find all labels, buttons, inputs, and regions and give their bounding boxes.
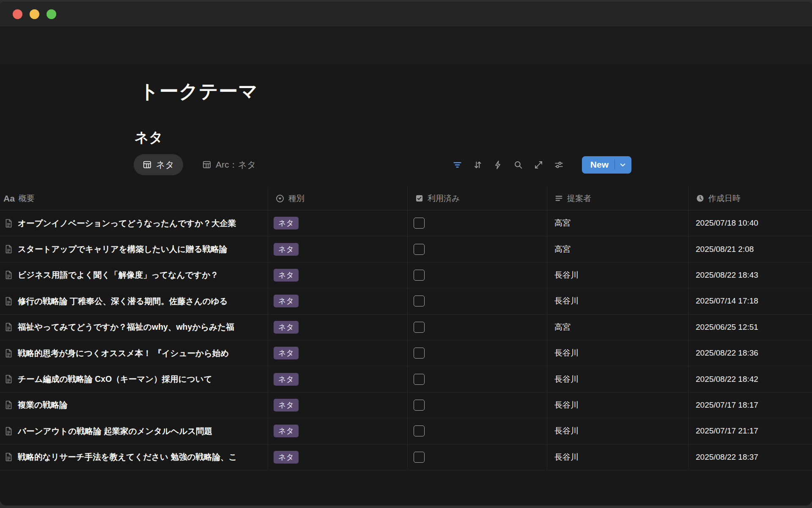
column-header-created-time[interactable]: 作成日時 [688, 187, 812, 210]
row-created-cell[interactable]: 2025/06/25 12:51 [688, 315, 812, 340]
column-header-proposer[interactable]: 提案者 [547, 187, 688, 210]
page-header-band [0, 27, 812, 64]
close-button[interactable] [13, 9, 22, 19]
proposer-text: 高宮 [554, 218, 571, 229]
row-created-cell[interactable]: 2025/08/22 18:37 [688, 444, 812, 470]
view-tab-arc-neta[interactable]: Arc：ネタ [193, 154, 265, 175]
row-type-cell[interactable]: ネタ [268, 340, 407, 366]
type-tag: ネタ [274, 321, 299, 334]
page-icon [3, 452, 14, 462]
used-checkbox[interactable] [414, 452, 425, 463]
row-title-cell[interactable]: オープンイノベーションってどうなったんですか？大企業 [0, 210, 268, 236]
filter-icon[interactable] [452, 159, 463, 170]
used-checkbox[interactable] [414, 322, 425, 333]
used-checkbox[interactable] [414, 374, 425, 385]
used-checkbox[interactable] [414, 348, 425, 359]
column-header-used[interactable]: 利用済み [407, 187, 547, 210]
minimize-button[interactable] [30, 9, 39, 19]
row-created-cell[interactable]: 2025/07/14 17:18 [688, 288, 812, 314]
maximize-button[interactable] [47, 9, 56, 19]
type-tag: ネタ [274, 373, 299, 386]
sort-icon[interactable] [472, 159, 483, 170]
created-text: 2025/07/17 18:17 [696, 400, 758, 410]
search-icon[interactable] [513, 159, 524, 170]
page-icon [3, 322, 14, 332]
clock-icon [696, 194, 705, 203]
row-proposer-cell[interactable]: 高宮 [547, 236, 688, 262]
used-checkbox[interactable] [414, 270, 425, 281]
row-created-cell[interactable]: 2025/08/22 18:42 [688, 366, 812, 392]
row-title: オープンイノベーションってどうなったんですか？大企業 [18, 218, 268, 229]
used-checkbox[interactable] [414, 218, 425, 229]
row-proposer-cell[interactable]: 長谷川 [547, 366, 688, 392]
row-proposer-cell[interactable]: 高宮 [547, 210, 688, 236]
row-title-cell[interactable]: チーム編成の戦略論 CxO（キーマン）採用について [0, 366, 268, 392]
row-title-cell[interactable]: スタートアップでキャリアを構築したい人に贈る戦略論 [0, 236, 268, 262]
row-type-cell[interactable]: ネタ [268, 366, 407, 392]
type-tag: ネタ [274, 451, 299, 464]
checkbox-property-icon [415, 194, 424, 203]
used-checkbox[interactable] [414, 400, 425, 411]
row-created-cell[interactable]: 2025/08/21 2:08 [688, 236, 812, 262]
row-title-cell[interactable]: 戦略的思考が身につくオススメ本！ 『イシューから始め [0, 340, 268, 366]
row-created-cell[interactable]: 2025/08/22 18:36 [688, 340, 812, 366]
lightning-icon[interactable] [493, 159, 504, 170]
expand-icon[interactable] [533, 159, 544, 170]
view-tab-neta[interactable]: ネタ [134, 154, 183, 175]
row-title-cell[interactable]: 修行の戦略論 丁稚奉公、深く潜る期間。佐藤さんのゆる [0, 288, 268, 314]
table-view-icon [143, 160, 152, 169]
row-created-cell[interactable]: 2025/07/18 10:40 [688, 210, 812, 236]
row-proposer-cell[interactable]: 長谷川 [547, 262, 688, 288]
used-checkbox[interactable] [414, 244, 425, 255]
sliders-icon[interactable] [554, 159, 565, 170]
row-title-cell[interactable]: 複業の戦略論 [0, 392, 268, 418]
row-title: チーム編成の戦略論 CxO（キーマン）採用について [18, 373, 268, 385]
row-proposer-cell[interactable]: 長谷川 [547, 392, 688, 418]
column-header-summary[interactable]: Aa 概要 [0, 187, 268, 210]
table-row: オープンイノベーションってどうなったんですか？大企業 ネタ 高宮 2025/07… [0, 210, 812, 236]
row-title-cell[interactable]: ビジネス用語でよく聞く「解像度」ってなんですか？ [0, 262, 268, 288]
database-title[interactable]: ネタ [134, 128, 163, 147]
row-title: 修行の戦略論 丁稚奉公、深く潜る期間。佐藤さんのゆる [18, 295, 268, 307]
row-type-cell[interactable]: ネタ [268, 210, 407, 236]
row-proposer-cell[interactable]: 長谷川 [547, 288, 688, 314]
row-proposer-cell[interactable]: 長谷川 [547, 340, 688, 366]
row-type-cell[interactable]: ネタ [268, 315, 407, 340]
app-window: トークテーマ ネタ ネタ [0, 2, 812, 505]
table-row: ビジネス用語でよく聞く「解像度」ってなんですか？ ネタ 長谷川 2025/08/… [0, 262, 812, 288]
row-type-cell[interactable]: ネタ [268, 262, 407, 288]
proposer-text: 長谷川 [554, 348, 579, 359]
row-title-cell[interactable]: 戦略的なリサーチ手法を教えてください 勉強の戦略論、こ [0, 444, 268, 470]
database-controls: ネタ Arc：ネタ [134, 154, 812, 175]
created-text: 2025/07/17 21:17 [696, 426, 758, 436]
type-tag: ネタ [274, 347, 299, 359]
page-title[interactable]: トークテーマ [140, 80, 258, 102]
row-title-cell[interactable]: 福祉やってみてどうですか？福祉のwhy、whyからみた福 [0, 315, 268, 340]
row-type-cell[interactable]: ネタ [268, 444, 407, 470]
table-row: 福祉やってみてどうですか？福祉のwhy、whyからみた福 ネタ 高宮 2025/… [0, 315, 812, 340]
created-text: 2025/08/21 2:08 [696, 245, 754, 254]
row-used-cell [407, 210, 547, 236]
used-checkbox[interactable] [414, 295, 425, 306]
row-title-cell[interactable]: バーンアウトの戦略論 起業家のメンタルヘルス問題 [0, 418, 268, 444]
row-proposer-cell[interactable]: 高宮 [547, 315, 688, 340]
proposer-text: 高宮 [554, 244, 571, 255]
page-icon [3, 296, 14, 306]
used-checkbox[interactable] [414, 425, 425, 436]
row-proposer-cell[interactable]: 長谷川 [547, 418, 688, 444]
row-created-cell[interactable]: 2025/07/17 18:17 [688, 392, 812, 418]
row-created-cell[interactable]: 2025/08/22 18:43 [688, 262, 812, 288]
created-text: 2025/08/22 18:43 [696, 271, 758, 280]
traffic-lights [13, 9, 56, 19]
page-icon [3, 270, 14, 280]
row-type-cell[interactable]: ネタ [268, 288, 407, 314]
new-button[interactable]: New [582, 156, 631, 174]
table-row: 戦略的なリサーチ手法を教えてください 勉強の戦略論、こ ネタ 長谷川 2025/… [0, 444, 812, 470]
row-created-cell[interactable]: 2025/07/17 21:17 [688, 418, 812, 444]
row-type-cell[interactable]: ネタ [268, 236, 407, 262]
row-proposer-cell[interactable]: 長谷川 [547, 444, 688, 470]
row-type-cell[interactable]: ネタ [268, 418, 407, 444]
row-type-cell[interactable]: ネタ [268, 392, 407, 418]
proposer-text: 長谷川 [554, 374, 579, 385]
column-header-type[interactable]: 種別 [268, 187, 407, 210]
